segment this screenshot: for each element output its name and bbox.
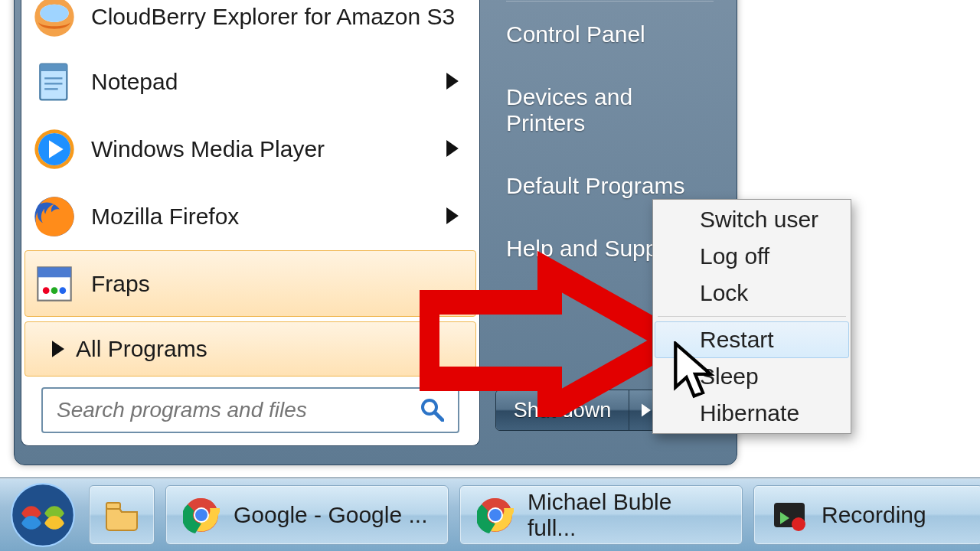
program-item-fraps[interactable]: Fraps xyxy=(24,250,476,317)
svg-point-15 xyxy=(51,287,58,294)
shutdown-button[interactable]: Shut down xyxy=(496,390,629,430)
power-restart[interactable]: Restart xyxy=(655,321,849,358)
chrome-icon xyxy=(477,497,514,533)
power-hibernate[interactable]: Hibernate xyxy=(655,395,849,432)
program-item-firefox[interactable]: Mozilla Firefox xyxy=(24,183,476,249)
search-box[interactable] xyxy=(41,387,459,433)
chrome-icon xyxy=(183,497,220,533)
all-programs-button[interactable]: All Programs xyxy=(24,321,476,377)
cloudberry-icon xyxy=(31,0,77,40)
program-label: Windows Media Player xyxy=(91,136,325,162)
firefox-icon xyxy=(31,194,77,240)
program-item-cloudberry[interactable]: CloudBerry Explorer for Amazon S3 xyxy=(24,0,476,47)
svg-point-24 xyxy=(195,509,207,521)
start-menu-left-pane: CloudBerry Explorer for Amazon S3 Notepa… xyxy=(21,0,480,446)
separator xyxy=(506,1,714,2)
svg-point-16 xyxy=(60,287,67,294)
program-item-wmp[interactable]: Windows Media Player xyxy=(24,116,476,182)
taskbar: Google - Google ... Michael Buble full..… xyxy=(0,478,980,551)
taskbar-explorer[interactable] xyxy=(89,485,155,545)
separator xyxy=(658,316,846,317)
program-item-notepad[interactable]: Notepad xyxy=(24,48,476,115)
shutdown-split-button: Shut down xyxy=(495,390,664,431)
svg-point-29 xyxy=(792,517,805,531)
power-options-menu: Switch user Log off Lock Restart Sleep H… xyxy=(652,199,851,434)
fraps-icon xyxy=(31,261,77,307)
power-log-off[interactable]: Log off xyxy=(655,238,849,275)
svg-point-27 xyxy=(489,509,501,521)
program-label: Mozilla Firefox xyxy=(91,204,239,230)
power-sleep[interactable]: Sleep xyxy=(655,358,849,395)
power-lock[interactable]: Lock xyxy=(655,275,849,311)
submenu-arrow-icon xyxy=(446,204,459,230)
program-label: Notepad xyxy=(91,69,178,95)
taskbar-recording[interactable]: Recording xyxy=(753,485,980,545)
start-button[interactable] xyxy=(8,480,78,550)
all-programs-label: All Programs xyxy=(76,336,207,362)
taskbar-label: Michael Buble full... xyxy=(528,489,725,541)
program-list: CloudBerry Explorer for Amazon S3 Notepa… xyxy=(21,0,479,317)
notepad-icon xyxy=(31,59,77,105)
svg-line-18 xyxy=(435,412,443,420)
search-input[interactable] xyxy=(55,397,420,423)
svg-point-2 xyxy=(40,5,68,22)
program-label: Fraps xyxy=(91,271,150,297)
power-switch-user[interactable]: Switch user xyxy=(655,201,849,238)
wmp-icon xyxy=(31,126,77,172)
svg-rect-13 xyxy=(38,267,70,277)
submenu-arrow-icon xyxy=(446,136,459,162)
record-icon xyxy=(771,497,808,533)
right-link-devices[interactable]: Devices and Printers xyxy=(489,72,730,161)
taskbar-label: Google - Google ... xyxy=(234,502,427,528)
chevron-right-icon xyxy=(41,341,76,357)
taskbar-chrome-1[interactable]: Google - Google ... xyxy=(165,485,449,545)
svg-rect-21 xyxy=(106,503,120,509)
taskbar-label: Recording xyxy=(822,502,926,528)
taskbar-chrome-2[interactable]: Michael Buble full... xyxy=(459,485,743,545)
program-label: CloudBerry Explorer for Amazon S3 xyxy=(91,5,455,29)
search-icon xyxy=(420,397,446,423)
start-menu: CloudBerry Explorer for Amazon S3 Notepa… xyxy=(14,0,737,465)
svg-point-14 xyxy=(43,287,50,294)
submenu-arrow-icon xyxy=(446,69,459,95)
right-link-controlpanel[interactable]: Control Panel xyxy=(489,9,730,72)
explorer-icon xyxy=(103,497,140,533)
svg-rect-4 xyxy=(40,64,67,70)
